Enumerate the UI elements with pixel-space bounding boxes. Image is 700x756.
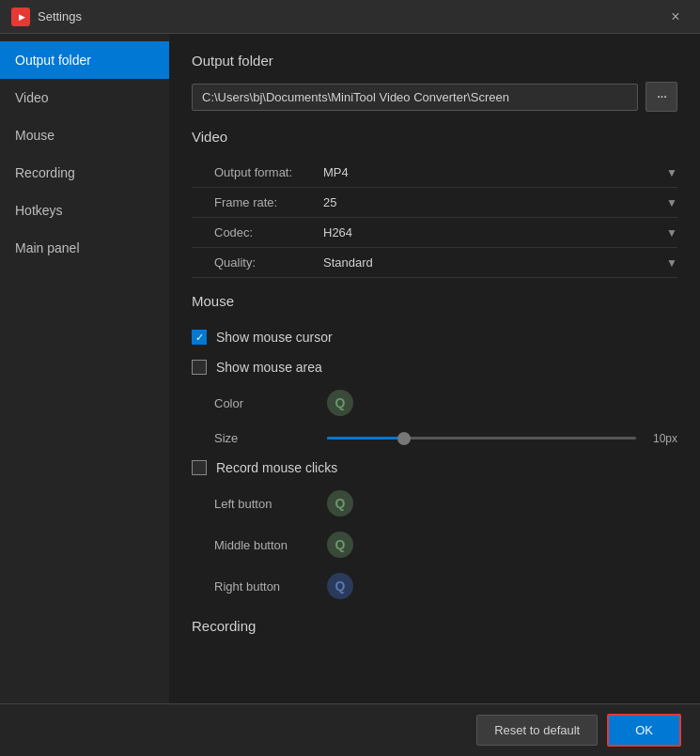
record-mouse-clicks-row: Record mouse clicks xyxy=(192,453,677,483)
sidebar-item-main-panel[interactable]: Main panel xyxy=(0,229,169,267)
recording-heading-preview: Recording xyxy=(192,618,677,634)
frame-rate-label: Frame rate: xyxy=(192,195,323,209)
quality-value[interactable]: Standard ▼ xyxy=(323,255,677,270)
window-title: Settings xyxy=(38,9,82,23)
left-button-row: Left button Q xyxy=(192,483,677,524)
show-mouse-cursor-label: Show mouse cursor xyxy=(216,330,333,345)
sidebar-item-hotkeys[interactable]: Hotkeys xyxy=(0,192,169,229)
left-button-icon[interactable]: Q xyxy=(327,490,353,517)
right-button-icon[interactable]: Q xyxy=(327,573,353,599)
close-button[interactable]: × xyxy=(662,4,689,30)
size-slider-track[interactable] xyxy=(327,437,636,440)
ok-button[interactable]: OK xyxy=(607,714,681,747)
title-bar-left: Settings xyxy=(11,8,82,26)
show-mouse-cursor-row: Show mouse cursor xyxy=(192,322,677,352)
output-format-row: Output format: MP4 ▼ xyxy=(192,158,677,188)
show-mouse-cursor-checkbox[interactable] xyxy=(192,330,207,345)
folder-browse-button[interactable]: ··· xyxy=(646,82,677,112)
video-heading: Video xyxy=(192,129,677,145)
color-picker-icon[interactable]: Q xyxy=(327,390,353,416)
sidebar: Output folder Video Mouse Recording Hotk… xyxy=(0,34,169,703)
codec-arrow: ▼ xyxy=(666,226,677,239)
size-slider-container: 10px xyxy=(327,432,677,445)
size-slider-thumb[interactable] xyxy=(397,432,411,445)
output-format-value[interactable]: MP4 ▼ xyxy=(323,165,677,179)
codec-value[interactable]: H264 ▼ xyxy=(323,225,677,239)
color-label: Color xyxy=(214,396,327,410)
video-section: Video Output format: MP4 ▼ Frame rate: 2… xyxy=(192,129,677,278)
size-slider-value: 10px xyxy=(647,432,677,445)
sidebar-item-mouse[interactable]: Mouse xyxy=(0,116,169,154)
reset-to-default-button[interactable]: Reset to default xyxy=(476,715,598,746)
record-mouse-clicks-label: Record mouse clicks xyxy=(216,460,337,475)
folder-path: C:\Users\bj\Documents\MiniTool Video Con… xyxy=(192,84,638,111)
frame-rate-row: Frame rate: 25 ▼ xyxy=(192,188,677,218)
quality-arrow: ▼ xyxy=(666,256,677,270)
output-folder-heading: Output folder xyxy=(192,53,677,69)
sidebar-item-recording[interactable]: Recording xyxy=(0,154,169,192)
right-button-row: Right button Q xyxy=(192,565,677,607)
middle-button-label: Middle button xyxy=(214,538,327,552)
main-layout: Output folder Video Mouse Recording Hotk… xyxy=(0,34,700,703)
mouse-section: Mouse Show mouse cursor Show mouse area … xyxy=(192,293,677,634)
right-button-label: Right button xyxy=(214,579,327,594)
size-row: Size 10px xyxy=(192,424,677,453)
sidebar-item-video[interactable]: Video xyxy=(0,79,169,116)
middle-button-row: Middle button Q xyxy=(192,524,677,565)
frame-rate-value[interactable]: 25 ▼ xyxy=(323,195,677,209)
color-row: Color Q xyxy=(192,382,677,424)
middle-button-icon[interactable]: Q xyxy=(327,532,353,558)
left-button-label: Left button xyxy=(214,497,327,511)
record-mouse-clicks-checkbox[interactable] xyxy=(192,460,207,475)
recording-section-preview: Recording xyxy=(192,607,677,634)
codec-row: Codec: H264 ▼ xyxy=(192,218,677,248)
mouse-heading: Mouse xyxy=(192,293,677,309)
quality-row: Quality: Standard ▼ xyxy=(192,248,677,278)
size-slider-fill xyxy=(327,437,404,440)
sidebar-item-output-folder[interactable]: Output folder xyxy=(0,41,169,79)
size-label: Size xyxy=(214,431,327,445)
title-bar: Settings × xyxy=(0,0,700,34)
content-area: Output folder C:\Users\bj\Documents\Mini… xyxy=(169,34,700,703)
output-format-arrow: ▼ xyxy=(666,166,677,179)
show-mouse-area-label: Show mouse area xyxy=(216,360,322,375)
app-icon xyxy=(11,8,30,26)
bottom-bar: Reset to default OK xyxy=(0,703,700,756)
output-format-label: Output format: xyxy=(192,165,323,179)
folder-row: C:\Users\bj\Documents\MiniTool Video Con… xyxy=(192,82,677,112)
frame-rate-arrow: ▼ xyxy=(666,196,677,209)
quality-label: Quality: xyxy=(192,255,323,270)
show-mouse-area-checkbox[interactable] xyxy=(192,360,207,375)
codec-label: Codec: xyxy=(192,225,323,239)
show-mouse-area-row: Show mouse area xyxy=(192,352,677,382)
